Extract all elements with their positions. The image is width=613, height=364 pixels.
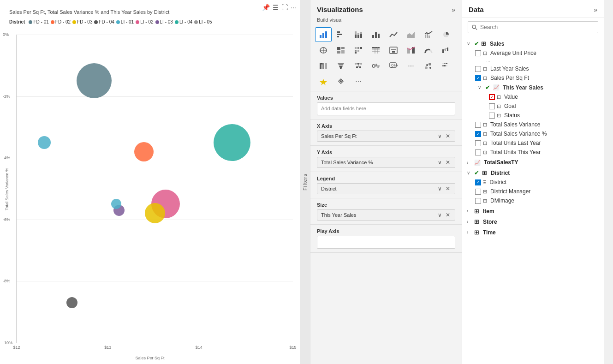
ytick-2: -2% [3,94,10,99]
last-year-sales-checkbox[interactable] [475,66,481,72]
size-remove-button[interactable]: ✕ [445,212,451,218]
dmimage-checkbox[interactable] [475,198,481,204]
viz-icon-combo[interactable] [420,27,437,42]
tree-item-total-units-this-year[interactable]: ⊡ Total Units This Year [473,148,604,157]
viz-icon-pie[interactable] [438,27,454,42]
more-icon[interactable]: ··· [291,4,296,11]
values-drop-zone[interactable]: Add data fields here [317,102,455,115]
avg-unit-price-checkbox[interactable] [475,50,481,56]
legend-dot-li03 [155,20,159,24]
viz-icon-area[interactable] [403,27,419,42]
value-checkbox[interactable]: ✓ [489,94,495,100]
totalsalesty-name: TotalSalesTY [484,159,518,166]
tree-group-item-header[interactable]: › ⊞ Item [462,206,604,216]
xaxis-remove-button[interactable]: ✕ [445,133,451,139]
viz-icon-kpi[interactable] [403,43,419,58]
svg-rect-17 [427,33,428,38]
viz-icon-extra[interactable] [333,74,349,89]
viz-icon-key-influencer[interactable] [368,59,384,73]
viz-expand-button[interactable]: » [452,6,455,13]
viz-icon-line[interactable] [385,27,402,42]
viz-icon-gauge[interactable] [420,43,437,58]
total-units-last-year-checkbox[interactable] [475,140,481,146]
tree-item-value[interactable]: ✓ ⊡ Value [487,92,604,101]
goal-checkbox[interactable] [489,103,495,109]
tree-item-status[interactable]: ⊡ Status [487,111,604,120]
total-sales-variance-pct-checkbox[interactable]: ✓ [475,131,481,137]
tree-item-total-units-last-year[interactable]: ⊡ Total Units Last Year [473,138,604,148]
district-checkbox[interactable]: ✓ [475,179,481,185]
viz-icon-funnel[interactable] [333,59,349,73]
legend-chevron-button[interactable]: ∨ [437,185,443,192]
ytick-4: -4% [3,155,10,160]
tree-item-dots: ··· [473,58,604,64]
tree-item-district-manager[interactable]: ⊞ District Manager [473,187,604,196]
tree-item-total-sales-variance-pct[interactable]: ✓ ⊡ Total Sales Variance % [473,129,604,138]
viz-icon-custom[interactable] [315,74,332,89]
viz-icon-heatmap[interactable] [438,59,454,73]
viz-field-wells: Values Add data fields here X Axis Sales… [310,91,462,364]
total-sales-variance-pct-icon: ⊡ [483,131,487,137]
legend-remove-button[interactable]: ✕ [445,185,451,192]
viz-icon-more2[interactable]: ··· [350,74,367,89]
district-check-icon: ✔ [474,169,479,176]
tree-group-time-header[interactable]: › ⊞ Time [462,227,604,237]
svg-rect-54 [355,63,357,65]
viz-icon-treemap[interactable] [333,43,349,58]
legend-field[interactable]: District ∨ ✕ [317,183,455,194]
sales-per-sqft-checkbox[interactable]: ✓ [475,75,481,81]
data-expand-button[interactable]: » [594,6,597,13]
search-box[interactable] [468,21,598,33]
tree-item-total-sales-variance[interactable]: ⊡ Total Sales Variance [473,120,604,129]
district-manager-checkbox[interactable] [475,189,481,195]
size-field[interactable]: This Year Sales ∨ ✕ [317,209,455,221]
filter-icon[interactable]: ☰ [273,4,279,11]
tree-group-sales-header[interactable]: ∨ ✔ ⊞ Sales [462,39,604,48]
tree-item-goal[interactable]: ⊡ Goal [487,101,604,111]
viz-icon-bar[interactable] [333,27,349,42]
total-units-this-year-checkbox[interactable] [475,149,481,155]
tree-group-store-header[interactable]: › ⊞ Store [462,217,604,227]
yaxis-label: Y Axis [317,149,455,155]
viz-icon-map[interactable] [315,43,332,58]
viz-icon-column[interactable] [368,27,384,42]
viz-icon-waterfall[interactable] [438,43,454,58]
search-input[interactable] [480,24,594,30]
viz-icon-ribbon[interactable] [315,59,332,73]
tree-item-dmimage[interactable]: ⊞ DMImage [473,196,604,205]
values-label: Values [317,95,455,101]
svg-rect-12 [372,35,374,38]
tree-item-last-year-sales[interactable]: ⊡ Last Year Sales [473,64,604,73]
size-chevron-button[interactable]: ∨ [437,212,443,218]
viz-icon-card[interactable] [385,43,402,58]
total-sales-variance-pct-name: Total Sales Variance % [490,131,547,137]
goal-icon: ⊡ [497,103,501,109]
tree-group-totalsalesty-header[interactable]: › 📈 TotalSalesTY [462,158,604,167]
yaxis-chevron-button[interactable]: ∨ [437,159,443,166]
tree-item-sales-per-sqft[interactable]: ✓ ⊡ Sales Per Sq Ft [473,73,604,83]
viz-icon-table[interactable] [368,43,384,58]
viz-icon-stacked[interactable] [350,27,367,42]
viz-icon-scatter[interactable] [315,27,332,42]
this-year-sales-subgroup-header[interactable]: ∨ ✔ 📈 This Year Sales [478,83,604,92]
pin-icon[interactable]: 📌 [262,4,270,11]
yaxis-remove-button[interactable]: ✕ [445,159,451,166]
yaxis-value: Total Sales Variance % [321,160,373,165]
tree-item-district[interactable]: ✓ Ξ District [473,178,604,187]
viz-icon-more[interactable]: ··· [403,59,419,73]
tree-group-district-header[interactable]: ∨ ✔ ⊞ District [462,168,604,178]
status-checkbox[interactable] [489,113,495,119]
viz-icon-decomp[interactable] [350,59,367,73]
play-axis-drop-zone[interactable] [317,236,455,249]
tree-group-totalsalesty: › 📈 TotalSalesTY [462,158,604,167]
tree-item-avg-unit-price[interactable]: ⊡ Average Unit Price [473,48,604,58]
total-sales-variance-checkbox[interactable] [475,122,481,128]
expand-icon[interactable]: ⛶ [281,4,288,11]
yaxis-field[interactable]: Total Sales Variance % ∨ ✕ [317,157,455,168]
data-tree: ∨ ✔ ⊞ Sales ⊡ Average Unit Price ··· ⊡ [462,37,604,364]
xaxis-field[interactable]: Sales Per Sq Ft ∨ ✕ [317,131,455,142]
viz-icon-matrix[interactable] [350,43,367,58]
viz-icon-scatter-map[interactable] [420,59,437,73]
viz-icon-qa[interactable]: Q&A [385,59,402,73]
xaxis-chevron-button[interactable]: ∨ [437,133,443,139]
